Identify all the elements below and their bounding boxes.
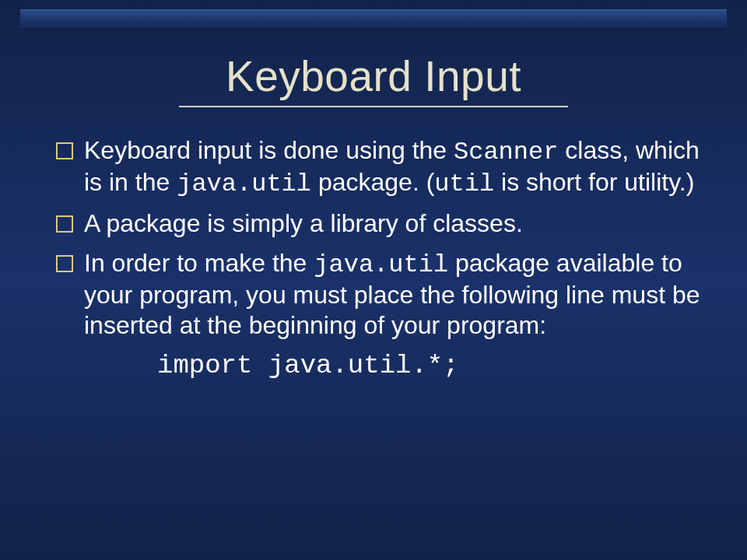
bullet-item: Keyboard input is done using the Scanner… xyxy=(56,135,700,199)
bullet-text: In order to make the java.util package a… xyxy=(84,249,700,339)
title-container: Keyboard Input xyxy=(0,30,747,121)
code-segment: Scanner xyxy=(454,138,558,166)
bullet-item: A package is simply a library of classes… xyxy=(56,208,700,239)
text-segment: In order to make the xyxy=(84,249,314,277)
text-segment: is short for utility.) xyxy=(494,168,694,196)
text-segment: Keyboard input is done using the xyxy=(84,136,454,164)
bullet-box-icon xyxy=(56,215,73,233)
top-bar-container xyxy=(0,0,747,30)
bullet-box-icon xyxy=(56,142,73,159)
bullet-box-icon xyxy=(56,255,73,272)
code-segment: java.util xyxy=(314,250,448,279)
bullet-item: In order to make the java.util package a… xyxy=(56,248,700,341)
slide-body: Keyboard input is done using the Scanner… xyxy=(0,121,747,383)
text-segment: package. ( xyxy=(311,168,434,196)
bullet-text: Keyboard input is done using the Scanner… xyxy=(84,136,700,196)
import-code-line: import java.util.*; xyxy=(56,350,700,382)
slide: Keyboard Input Keyboard input is done us… xyxy=(0,0,747,560)
title-underline xyxy=(179,106,568,107)
bullet-text: A package is simply a library of classes… xyxy=(84,209,523,237)
code-segment: util xyxy=(434,170,494,198)
slide-title: Keyboard Input xyxy=(226,51,521,101)
code-segment: java.util xyxy=(177,170,311,198)
decorative-top-bar xyxy=(20,9,727,30)
